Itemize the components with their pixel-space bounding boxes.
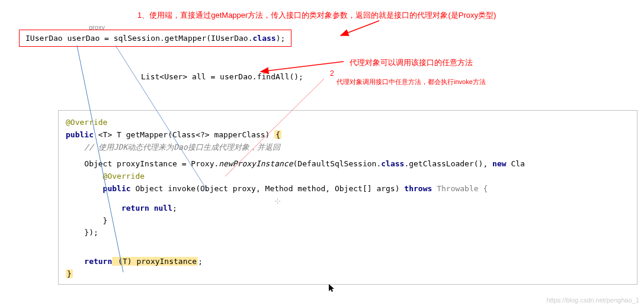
annotation-text-1: 1、使用端，直接通过getMapper方法，传入接口的类对象参数，返回的就是接口…	[137, 10, 496, 21]
blank-line	[66, 247, 630, 256]
code-line: List<User> all = userDao.findAll();	[141, 72, 303, 81]
code-line: }	[66, 215, 630, 227]
code-line: IUserDao userDao = sqlSession.getMapper(…	[25, 34, 285, 43]
code-snippet-3: @Override public <T> T getMapper(Class<?…	[58, 110, 637, 285]
annotation-number-2: 2	[330, 69, 334, 78]
code-snippet-2: List<User> all = userDao.findAll();	[141, 72, 303, 81]
annotation-text-3: 代理对象调用接口中任意方法，都会执行invoke方法	[337, 78, 486, 86]
code-line: public Object invoke(Object proxy, Metho…	[66, 183, 630, 195]
annotation-text-2: 代理对象可以调用该接口的任意方法	[350, 57, 473, 68]
code-line: public <T> T getMapper(Class<?> mapperCl…	[66, 129, 630, 141]
code-line: return (T) proxyInstance;	[66, 256, 630, 268]
code-snippet-1: IUserDao userDao = sqlSession.getMapper(…	[19, 30, 291, 47]
code-comment: // 使用JDK动态代理来为Dao接口生成代理对象，并返回	[66, 141, 630, 154]
code-line: }	[66, 268, 630, 281]
code-line: return null;	[66, 202, 630, 215]
blank-line	[66, 239, 630, 247]
caret-line: ⊹	[66, 195, 630, 202]
blank-line	[66, 153, 630, 158]
code-line: @Override	[66, 170, 630, 183]
code-line: Object proxyInstance = Proxy.newProxyIns…	[66, 158, 630, 170]
watermark-text: https://blog.csdn.net/penghao_1	[546, 297, 639, 304]
svg-line-0	[341, 21, 379, 36]
cursor-icon	[329, 284, 335, 294]
code-line: @Override	[66, 117, 630, 129]
code-line: });	[66, 227, 630, 239]
